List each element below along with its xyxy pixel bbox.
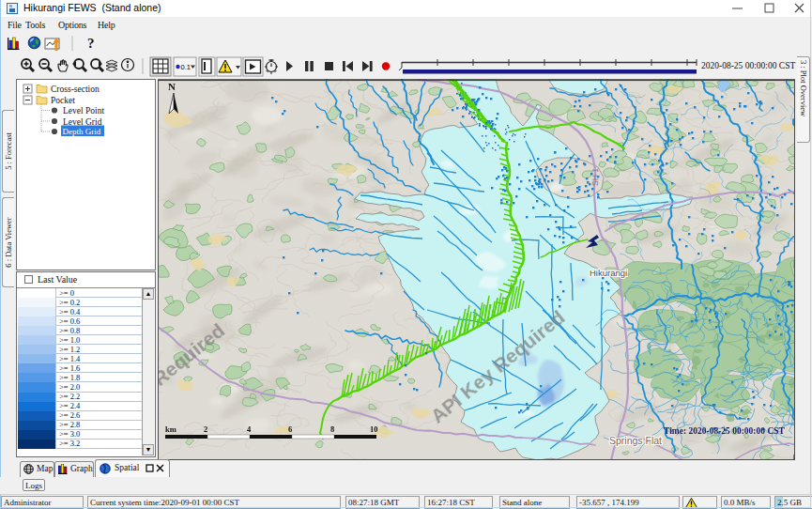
svg-text:Hikurangi: Hikurangi — [590, 268, 627, 278]
svg-text:2020-08-25 00:00:00 CST: 2020-08-25 00:00:00 CST — [701, 61, 795, 70]
svg-text:Springs Flat: Springs Flat — [609, 435, 662, 446]
svg-text:Level Grid: Level Grid — [63, 117, 102, 127]
svg-text:0.1: 0.1 — [181, 63, 191, 71]
svg-text:SH 1: SH 1 — [590, 168, 600, 186]
svg-text:Cross-section: Cross-section — [51, 85, 100, 94]
svg-text:10: 10 — [370, 424, 378, 434]
svg-text:Level Point: Level Point — [63, 106, 104, 116]
svg-text:N: N — [168, 81, 176, 92]
svg-text:8: 8 — [330, 424, 334, 434]
svg-text:km: km — [165, 424, 176, 434]
svg-text:Depth Grid: Depth Grid — [63, 127, 101, 136]
svg-text:6: 6 — [288, 424, 292, 434]
svg-text:2: 2 — [204, 424, 207, 434]
svg-text:?: ? — [87, 36, 95, 51]
svg-text:Time: 2020-08-25 00:00:00 CST: Time: 2020-08-25 00:00:00 CST — [664, 426, 786, 436]
svg-text:Pocket: Pocket — [51, 96, 75, 105]
